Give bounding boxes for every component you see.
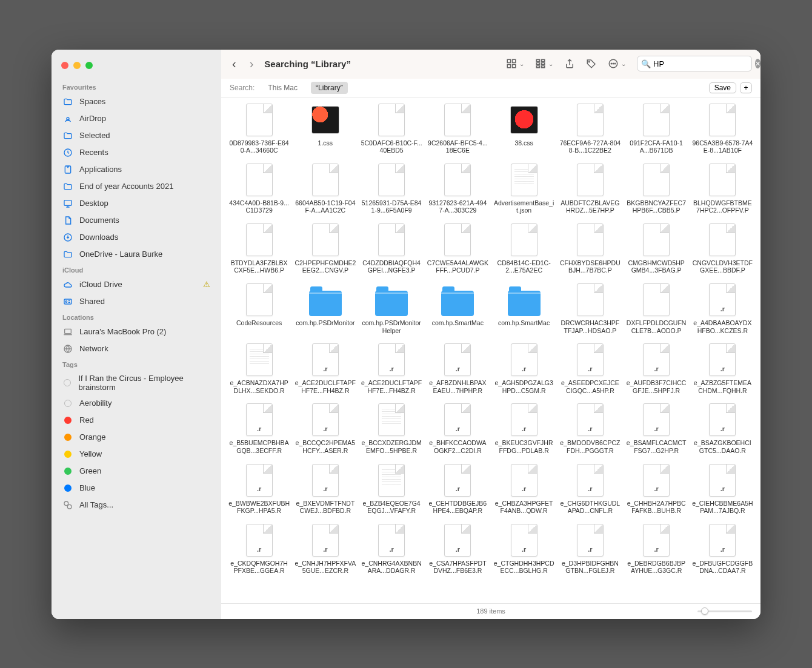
view-icons-button[interactable]: ⌄ (506, 58, 524, 69)
file-item[interactable]: .re_BHFKCCAODWAOGKF2...C2DI.R (426, 400, 490, 457)
sidebar-item[interactable]: If I Ran the Circus - Employee brainstor… (52, 371, 221, 395)
file-item[interactable]: .re_AUFDB3F7CIHCCGFJE...5HPFJ.R (625, 340, 688, 397)
file-item[interactable]: .re_BMDODVB6CPCZFDH...PGGGT.R (558, 400, 622, 457)
file-item[interactable]: C2HPEPHFGMDHE2EEG2...CNGV.P (293, 220, 357, 277)
sidebar-item[interactable]: Selected (52, 127, 221, 144)
file-item[interactable]: .re_CHBZA3HPGFETF4ANB...QDW.R (492, 461, 556, 517)
file-item[interactable]: e_BCCXDZERGJDMEMFO...5HPBE.R (360, 400, 424, 457)
file-item[interactable]: .re_BKEUC3GVFJHRFFDG...PDLAB.R (492, 400, 556, 457)
sidebar-item[interactable]: Laura's MacBook Pro (2) (52, 323, 221, 340)
sidebar-item[interactable]: Documents (52, 212, 221, 229)
sidebar-item[interactable]: Desktop (52, 195, 221, 212)
file-item[interactable]: .re_DEBRDGB6BJBPAYHUE...G3GC.R (625, 521, 688, 577)
file-item[interactable]: DXFLFPDLDCGUFNCLE7B...AODO.P (625, 280, 688, 337)
file-item[interactable]: .re_CSA7HPASFPDTDVHZ...FB6E3.R (426, 521, 490, 577)
sidebar-item[interactable]: iCloud Drive⚠︎ (52, 276, 221, 293)
file-item[interactable]: BTDYDLA3FZBLBXCXF5E...HWB6.P (227, 220, 291, 277)
sidebar-item[interactable]: Applications (52, 161, 221, 178)
file-item[interactable]: BLHQDWGFBTBME7HPC2...OFPFV.P (691, 160, 754, 217)
file-item[interactable]: 51265931-D75A-E841-9...6F5A0F9 (360, 160, 424, 217)
file-item[interactable]: 0D879983-736F-E640-A...34660C (227, 101, 291, 157)
sidebar-item[interactable]: Aerobility (52, 395, 221, 412)
scope-thismac[interactable]: This Mac (263, 82, 302, 94)
tags-button[interactable] (586, 58, 597, 69)
sidebar-item[interactable]: AirDrop (52, 110, 221, 127)
zoom-button[interactable] (85, 62, 93, 69)
file-item[interactable]: com.hp.PSDrMonitorHelper (360, 280, 424, 337)
actions-button[interactable]: ⌄ (608, 58, 626, 69)
sidebar-item[interactable]: Orange (52, 429, 221, 446)
file-item[interactable]: .re_A4DBAABOAYDXHFBO...KCZES.R (691, 280, 754, 337)
file-item[interactable]: CodeResources (227, 280, 291, 337)
zoom-slider[interactable] (697, 610, 752, 612)
file-item[interactable]: 76ECF9A6-727A-8048-B...1C22BE2 (558, 101, 622, 157)
sidebar-item[interactable]: Recents (52, 144, 221, 161)
file-item[interactable]: 5C0DAFC6-B10C-F...40EBD5 (360, 101, 424, 157)
file-item[interactable]: 091F2CFA-FA10-1A...B671DB (625, 101, 688, 157)
file-item[interactable]: .re_DFBUGFCDGGFBDNA...CDAA7.R (691, 521, 754, 577)
add-criteria-button[interactable]: + (740, 82, 752, 93)
share-button[interactable] (564, 58, 575, 69)
file-item[interactable]: AUBDFTCZBLAVEGHRDZ...5E7HP.P (558, 160, 622, 217)
search-input[interactable] (653, 59, 755, 68)
sidebar-item[interactable]: Spaces (52, 93, 221, 110)
file-item[interactable]: .re_CIEHCBBME6A5HPAM...7AJBQ.R (691, 461, 754, 517)
file-item[interactable]: com.hp.PSDrMonitor (293, 280, 357, 337)
file-item[interactable]: .re_CEHTDDBGEJB6HPE4...EBQAP.R (426, 461, 490, 517)
file-item[interactable]: .re_CHHBH2A7HPBCFAFKB...BUHB.R (625, 461, 688, 517)
sidebar-item[interactable]: Shared (52, 293, 221, 310)
file-item[interactable]: com.hp.SmartMac (426, 280, 490, 337)
file-item[interactable]: 6604AB50-1C19-F04F-A...AA1C2C (293, 160, 357, 217)
file-item[interactable]: 93127623-621A-4947-A...303C29 (426, 160, 490, 217)
sidebar-item[interactable]: Network (52, 340, 221, 357)
file-item[interactable]: .re_ACE2DUCLFTAPFHF7E...FH4BZ.R (360, 340, 424, 397)
minimize-button[interactable] (73, 62, 81, 69)
file-item[interactable]: 38.css (492, 101, 556, 157)
file-item[interactable]: CNGVCLDVH3ETDFGXEE...BBDF.P (691, 220, 754, 277)
file-item[interactable]: .re_BSAZGKBOEHCIGTC5...DAAO.R (691, 400, 754, 457)
file-item[interactable]: .re_B5BUEMCPBHBAGQB...3ECFF.R (227, 400, 291, 457)
search-field[interactable]: 🔍 ✕ (637, 56, 752, 71)
sidebar-item[interactable]: OneDrive - Laura Burke (52, 246, 221, 263)
file-item[interactable]: 96C5A3B9-6578-7A4E-8...1AB10F (691, 101, 754, 157)
sidebar-item[interactable]: Red (52, 412, 221, 429)
file-item[interactable]: CD84B14C-ED1C-2...E75A2EC (492, 220, 556, 277)
file-item[interactable]: e_ACBNAZDXA7HPDLHX...SEKDO.R (227, 340, 291, 397)
file-item[interactable]: .re_BWBWE2BXFUBHFKGP...HPA5.R (227, 461, 291, 517)
file-item[interactable]: .re_ASEEDPCXEJCECIGQC...A5HP.R (558, 340, 622, 397)
sidebar-item[interactable]: End of year Accounts 2021 (52, 178, 221, 195)
close-button[interactable] (61, 62, 68, 69)
sidebar-item[interactable]: Green (52, 463, 221, 480)
group-button[interactable]: ⌄ (535, 58, 553, 69)
clear-search-button[interactable]: ✕ (755, 59, 760, 68)
file-item[interactable]: .re_CNHJH7HPFXFVA5GUE...EZCR.R (293, 521, 357, 577)
file-item[interactable]: .re_D3HPBIDFGHBNGTBN...FGLEJ.R (558, 521, 622, 577)
file-item[interactable]: 1.css (293, 101, 357, 157)
file-item[interactable]: .re_BXEVDMFTFNDTCWEJ...BDFBD.R (293, 461, 357, 517)
back-button[interactable]: ‹ (230, 57, 239, 71)
sidebar-item[interactable]: Blue (52, 480, 221, 497)
file-item[interactable]: .re_CNHRG4AXBNBNARA...DDAGR.R (360, 521, 424, 577)
file-item[interactable]: .re_CTGHDHH3HPCDECC...BGLHG.R (492, 521, 556, 577)
file-item[interactable]: .re_AFBZDNHLBPAXEAEU...7HPHP.R (426, 340, 490, 397)
file-item[interactable]: .re_ACE2DUCLFTAPFHF7E...FH4BZ.R (293, 340, 357, 397)
file-item[interactable]: e_BZB4EQEOE7G4EQGJ...VFAFY.R (360, 461, 424, 517)
sidebar-item[interactable]: All Tags... (52, 497, 221, 514)
file-item[interactable]: .re_AZBZG5FTEMEACHDM...FQHH.R (691, 340, 754, 397)
file-item[interactable]: .re_BCCQC2HPEMA5HCFY...ASER.R (293, 400, 357, 457)
file-item[interactable]: .re_CKDQFMGOH7HPFXBE...GGEA.R (227, 521, 291, 577)
file-item[interactable]: .re_AGH5DPGZALG3HPD...C5GM.R (492, 340, 556, 397)
sidebar-item[interactable]: Downloads (52, 229, 221, 246)
file-item[interactable]: BKGBBNCYAZFEC7HPB6F...CBB5.P (625, 160, 688, 217)
file-item[interactable]: DRCWCRHAC3HPFTFJAP...HDSAO.P (558, 280, 622, 337)
content-scroll[interactable]: 0D879983-736F-E640-A...34660C1.css5C0DAF… (221, 98, 760, 603)
file-item[interactable]: 9C2606AF-BFC5-4...18EC6E (426, 101, 490, 157)
save-search-button[interactable]: Save (709, 82, 736, 93)
file-item[interactable]: .re_BSAMFLCACMCTFSG7...G2HP.R (625, 400, 688, 457)
scope-library[interactable]: “Library” (311, 82, 348, 94)
file-item[interactable]: C7CWE5A4ALAWGKFFF...PCUD7.P (426, 220, 490, 277)
file-item[interactable]: com.hp.SmartMac (492, 280, 556, 337)
file-item[interactable]: .re_CHG6DTHKGUDLAPAD...CNFL.R (558, 461, 622, 517)
forward-button[interactable]: › (247, 57, 256, 71)
file-item[interactable]: 434C4A0D-B81B-9...C1D3729 (227, 160, 291, 217)
